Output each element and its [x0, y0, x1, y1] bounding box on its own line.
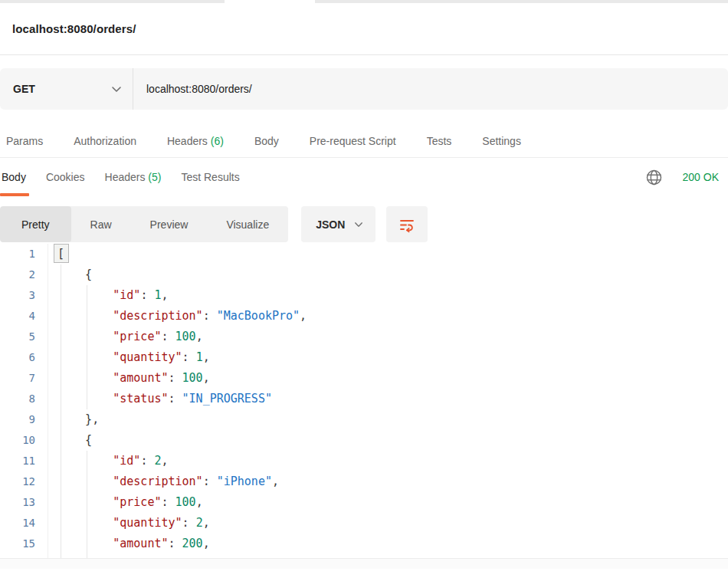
- format-dropdown[interactable]: JSON: [301, 206, 375, 242]
- code-text[interactable]: "amount": 100,: [57, 368, 728, 389]
- code-line: 7 "amount": 100,: [0, 368, 728, 389]
- url-row: GET localhost:8080/orders/: [0, 55, 728, 124]
- inactive-tabs-right[interactable]: [315, 0, 728, 3]
- method-selector[interactable]: GET: [0, 68, 133, 110]
- view-mode-raw[interactable]: Raw: [71, 206, 131, 242]
- code-line: 9 },: [0, 409, 728, 430]
- code-line: 3 "id": 1,: [0, 285, 728, 306]
- code-text[interactable]: "description": "MacBookPro",: [57, 306, 728, 327]
- url-input[interactable]: localhost:8080/orders/: [133, 68, 728, 110]
- line-number: 1: [0, 244, 48, 264]
- code-text[interactable]: {: [57, 430, 728, 451]
- view-mode-visualize[interactable]: Visualize: [207, 206, 288, 242]
- active-tab-underline: [0, 193, 29, 196]
- request-tab-body[interactable]: Body: [254, 135, 279, 147]
- response-tab-cookies[interactable]: Cookies: [46, 158, 85, 196]
- line-number: 3: [0, 285, 48, 306]
- code-line: 12 "description": "iPhone",: [0, 471, 728, 492]
- tab-label: Params: [6, 135, 43, 147]
- response-meta-row: BodyCookiesHeaders (5)Test Results 200 O…: [0, 158, 728, 196]
- tab-label: Authorization: [74, 135, 136, 147]
- view-mode-pretty[interactable]: Pretty: [0, 206, 71, 242]
- request-tab-params[interactable]: Params: [6, 135, 43, 147]
- code-line: 10 {: [0, 430, 728, 451]
- request-title: localhost:8080/orders/: [12, 22, 136, 35]
- line-number: 7: [0, 368, 48, 389]
- code-text[interactable]: "price": 100,: [57, 327, 728, 347]
- tab-label: Cookies: [46, 171, 85, 183]
- code-line: 1[: [0, 244, 728, 264]
- response-meta: 200 OK: [645, 169, 719, 186]
- code-line: 5 "price": 100,: [0, 327, 728, 347]
- code-text[interactable]: "quantity": 1,: [57, 347, 728, 368]
- tab-label: Headers: [167, 135, 208, 147]
- request-tab-settings[interactable]: Settings: [482, 135, 521, 147]
- wrap-lines-icon: [398, 216, 415, 233]
- request-tab-headers[interactable]: Headers (6): [167, 135, 224, 147]
- code-text[interactable]: "price": 100,: [57, 492, 728, 513]
- request-title-bar: localhost:8080/orders/: [0, 3, 728, 55]
- request-tab-tests[interactable]: Tests: [427, 135, 452, 147]
- line-number: 11: [0, 451, 48, 471]
- code-text[interactable]: "id": 2,: [57, 451, 728, 471]
- code-line: 6 "quantity": 1,: [0, 347, 728, 368]
- format-label: JSON: [316, 218, 345, 231]
- line-number: 15: [0, 534, 48, 554]
- tab-count-badge: (6): [208, 135, 224, 147]
- code-text[interactable]: "id": 1,: [57, 285, 728, 306]
- line-number: 14: [0, 513, 48, 534]
- tab-label: Body: [254, 135, 279, 147]
- line-number: 8: [0, 389, 48, 409]
- url-bar: GET localhost:8080/orders/: [0, 68, 728, 110]
- status-badge[interactable]: 200 OK: [683, 171, 719, 183]
- chevron-down-icon: [111, 86, 122, 93]
- line-number: 6: [0, 347, 48, 368]
- editor-bottom-strip: [0, 558, 728, 569]
- code-text[interactable]: "description": "iPhone",: [57, 471, 728, 492]
- response-tab-test-results[interactable]: Test Results: [181, 158, 239, 196]
- code-text[interactable]: "amount": 200,: [57, 534, 728, 554]
- code-line: 4 "description": "MacBookPro",: [0, 306, 728, 327]
- response-tabs: BodyCookiesHeaders (5)Test Results: [2, 158, 240, 196]
- request-tab-pre-request-script[interactable]: Pre-request Script: [310, 135, 396, 147]
- line-number: 2: [0, 264, 48, 285]
- line-number: 4: [0, 306, 48, 327]
- code-text[interactable]: [: [57, 244, 728, 264]
- code-line: 15 "amount": 200,: [0, 534, 728, 554]
- view-mode-preview[interactable]: Preview: [131, 206, 208, 242]
- line-number: 13: [0, 492, 48, 513]
- viewer-controls: PrettyRawPreviewVisualize JSON: [0, 196, 728, 244]
- code-text[interactable]: "status": "IN_PROGRESS": [57, 389, 728, 409]
- code-line: 13 "price": 100,: [0, 492, 728, 513]
- tab-label: Test Results: [181, 171, 239, 183]
- response-tab-body[interactable]: Body: [2, 158, 26, 196]
- tab-label: Tests: [427, 135, 452, 147]
- request-tab-authorization[interactable]: Authorization: [74, 135, 136, 147]
- request-tabs: ParamsAuthorizationHeaders (6)BodyPre-re…: [0, 124, 728, 158]
- tab-label: Settings: [482, 135, 521, 147]
- inactive-tabs-left[interactable]: [0, 0, 225, 3]
- tab-count-badge: (5): [145, 171, 161, 183]
- code-line: 8 "status": "IN_PROGRESS": [0, 389, 728, 409]
- line-number: 9: [0, 409, 48, 430]
- code-text[interactable]: "quantity": 2,: [57, 513, 728, 534]
- code-text[interactable]: },: [57, 409, 728, 430]
- line-number: 5: [0, 327, 48, 347]
- tab-label: Body: [2, 171, 26, 183]
- code-line: 14 "quantity": 2,: [0, 513, 728, 534]
- line-number: 10: [0, 430, 48, 451]
- wrap-lines-button[interactable]: [386, 206, 428, 242]
- code-line: 2 {: [0, 264, 728, 285]
- tab-label: Headers: [105, 171, 146, 183]
- code-text[interactable]: {: [57, 264, 728, 285]
- line-number: 12: [0, 471, 48, 492]
- response-body-editor[interactable]: 1[2 {3 "id": 1,4 "description": "MacBook…: [0, 244, 728, 558]
- method-label: GET: [13, 83, 111, 95]
- view-mode-segmented-control: PrettyRawPreviewVisualize: [0, 206, 288, 242]
- tab-label: Pre-request Script: [310, 135, 396, 147]
- code-line: 11 "id": 2,: [0, 451, 728, 471]
- window-tab-strip: [0, 0, 728, 3]
- globe-icon[interactable]: [645, 169, 663, 186]
- chevron-down-icon: [354, 222, 363, 228]
- response-tab-headers[interactable]: Headers (5): [105, 158, 162, 196]
